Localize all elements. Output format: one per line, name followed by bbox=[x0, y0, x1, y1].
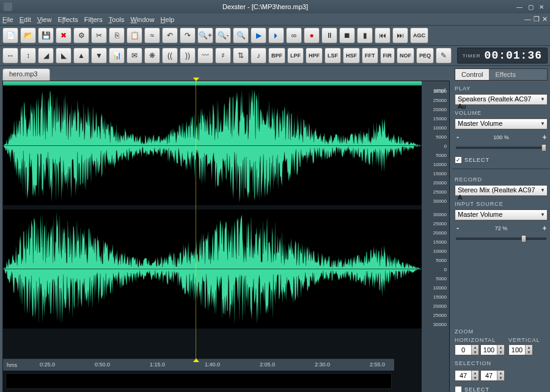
overview-bar[interactable] bbox=[6, 373, 392, 389]
mdi-restore-button[interactable]: ❐ bbox=[534, 15, 540, 23]
settings-icon: ⚙ bbox=[78, 31, 85, 40]
open-button[interactable]: 📂 bbox=[20, 27, 36, 43]
play-select-checkbox[interactable]: ✓SELECT bbox=[455, 156, 548, 164]
play-loop-icon: ⏵ bbox=[273, 31, 280, 40]
zoom-h-from-spinner[interactable]: ▲▼ bbox=[455, 344, 479, 355]
mix-button[interactable]: ≈ bbox=[144, 27, 160, 43]
input-source-dropdown[interactable]: Master Volume bbox=[455, 209, 548, 220]
note-button[interactable]: ♪ bbox=[251, 48, 266, 64]
fft-button[interactable]: FFT bbox=[362, 48, 378, 64]
maximize-button[interactable]: ▢ bbox=[526, 2, 535, 11]
reverb-button[interactable]: ❋ bbox=[144, 48, 160, 64]
time-tick: 2:05.0 bbox=[260, 361, 275, 368]
waveform-area[interactable]: hms 0:25.00:50.01:15.01:40.02:05.02:30.0… bbox=[2, 81, 450, 392]
play-button[interactable]: ▶ bbox=[251, 27, 266, 43]
tab-effects[interactable]: Effects bbox=[489, 69, 521, 80]
stop-button[interactable]: ⏹ bbox=[339, 27, 355, 43]
volume-device-dropdown[interactable]: Master Volume bbox=[455, 118, 548, 129]
menu-effects[interactable]: Effects bbox=[57, 16, 78, 23]
zoom-fit-button[interactable]: 🔍 bbox=[233, 27, 249, 43]
tab-control[interactable]: Control bbox=[455, 69, 489, 80]
hpf-button[interactable]: HPF bbox=[306, 48, 323, 64]
fade-out-button[interactable]: ◣ bbox=[56, 48, 72, 64]
zoom-h-to-spinner[interactable]: ▲▼ bbox=[480, 344, 505, 355]
marker-button[interactable]: ▮ bbox=[357, 27, 373, 43]
menu-tools[interactable]: Tools bbox=[109, 16, 125, 23]
lsf-button[interactable]: LSF bbox=[324, 48, 341, 64]
record-decrease-button[interactable]: - bbox=[455, 224, 461, 233]
pitch-button[interactable]: ♯ bbox=[215, 48, 231, 64]
compress-button[interactable]: ↕ bbox=[20, 48, 36, 64]
fade-in-button[interactable]: ◢ bbox=[38, 48, 54, 64]
waveform-channel-right[interactable] bbox=[3, 209, 422, 328]
timer-display: TIMER00:01:36 bbox=[457, 48, 548, 64]
horizontal-label: HORIZONTAL bbox=[455, 337, 505, 343]
zoom-out-button[interactable]: 🔍- bbox=[215, 27, 231, 43]
edit-tool-button[interactable]: ✎ bbox=[436, 48, 452, 64]
prev-marker-button[interactable]: ⏮ bbox=[375, 27, 391, 43]
hsf-button[interactable]: HSF bbox=[343, 48, 360, 64]
record-increase-button[interactable]: + bbox=[541, 224, 548, 233]
fir-button[interactable]: FIR bbox=[380, 48, 395, 64]
playback-cursor[interactable] bbox=[196, 81, 196, 358]
save-button[interactable]: 💾 bbox=[38, 27, 54, 43]
new-button[interactable]: 📄 bbox=[2, 27, 18, 43]
tempo-button[interactable]: ⇅ bbox=[233, 48, 249, 64]
echo-button[interactable]: (( bbox=[162, 48, 178, 64]
amp-tick: 10000 bbox=[433, 125, 447, 131]
toolbar-effects: ↔↕◢◣▲▼📊✉❋(())〰♯⇅♪BPFLPFHPFLSFHSFFFTFIRNO… bbox=[0, 46, 550, 66]
mdi-minimize-button[interactable]: — bbox=[524, 15, 531, 23]
delete-button[interactable]: ✖ bbox=[56, 27, 72, 43]
volume-increase-button[interactable]: + bbox=[541, 133, 548, 142]
menu-edit[interactable]: Edit bbox=[20, 16, 31, 23]
selection-from-spinner[interactable]: ▲▼ bbox=[455, 370, 479, 381]
nof-button[interactable]: NOF bbox=[397, 48, 414, 64]
compress-icon: ↕ bbox=[26, 51, 30, 60]
mdi-close-button[interactable]: ✕ bbox=[542, 15, 548, 23]
menu-window[interactable]: Window bbox=[130, 16, 154, 23]
stretch-button[interactable]: ↔ bbox=[2, 48, 18, 64]
amplify-button[interactable]: ▲ bbox=[73, 48, 89, 64]
flanger-button[interactable]: 〰 bbox=[197, 48, 213, 64]
lpf-button[interactable]: LPF bbox=[287, 48, 304, 64]
undo-button[interactable]: ↶ bbox=[162, 27, 178, 43]
chorus-button[interactable]: )) bbox=[180, 48, 196, 64]
envelope-button[interactable]: ✉ bbox=[127, 48, 142, 64]
paste-button[interactable]: 📋 bbox=[127, 27, 142, 43]
loop-button[interactable]: ∞ bbox=[286, 27, 302, 43]
redo-button[interactable]: ↷ bbox=[180, 27, 196, 43]
play-device-dropdown[interactable]: Speakers (Realtek AC97 Au bbox=[455, 94, 548, 105]
cut-button[interactable]: ✂ bbox=[91, 27, 107, 43]
selection-to-spinner[interactable]: ▲▼ bbox=[480, 370, 505, 381]
close-button[interactable]: ✕ bbox=[537, 2, 546, 11]
volume-decrease-button[interactable]: - bbox=[455, 133, 461, 142]
next-marker-button[interactable]: ⏭ bbox=[392, 27, 408, 43]
amp-tick: 15000 bbox=[433, 116, 447, 122]
minimize-button[interactable]: — bbox=[515, 2, 524, 11]
normalize-button[interactable]: ▼ bbox=[91, 48, 107, 64]
tab-file-hero[interactable]: hero.mp3 bbox=[2, 68, 50, 81]
settings-button[interactable]: ⚙ bbox=[73, 27, 89, 43]
bpf-button[interactable]: BPF bbox=[268, 48, 285, 64]
timer-label: TIMER bbox=[463, 53, 481, 59]
copy-button[interactable]: ⎘ bbox=[109, 27, 125, 43]
menu-file[interactable]: File bbox=[2, 16, 13, 23]
zoom-out-icon: 🔍- bbox=[218, 31, 229, 40]
play-loop-button[interactable]: ⏵ bbox=[268, 27, 284, 43]
selection-section-label: SELECTION bbox=[455, 360, 548, 366]
menu-view[interactable]: View bbox=[37, 16, 52, 23]
pause-button[interactable]: ⏸ bbox=[321, 27, 337, 43]
volume-slider[interactable] bbox=[456, 147, 546, 149]
agc-button[interactable]: AGC bbox=[410, 27, 428, 43]
menu-help[interactable]: Help bbox=[161, 16, 175, 23]
record-button[interactable]: ● bbox=[304, 27, 320, 43]
zoom-v-spinner[interactable]: ▲▼ bbox=[508, 344, 533, 355]
zoom-in-button[interactable]: 🔍+ bbox=[197, 27, 213, 43]
selection-select-checkbox[interactable]: SELECT bbox=[455, 386, 548, 392]
record-slider[interactable] bbox=[456, 238, 546, 240]
menu-filters[interactable]: Filters bbox=[84, 16, 103, 23]
waveform-channel-left[interactable] bbox=[3, 86, 422, 205]
record-device-dropdown[interactable]: Stereo Mix (Realtek AC97 A bbox=[455, 185, 548, 196]
equalizer-button[interactable]: 📊 bbox=[109, 48, 125, 64]
peq-button[interactable]: PEQ bbox=[416, 48, 434, 64]
